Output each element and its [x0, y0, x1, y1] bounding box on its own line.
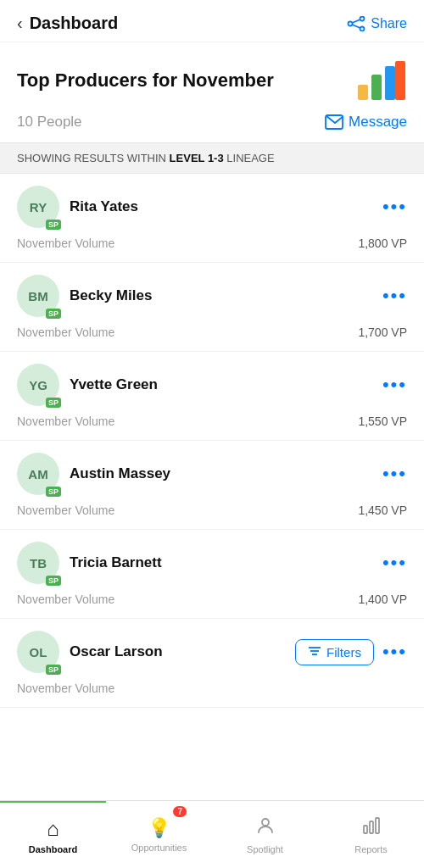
person-name: Austin Massey — [70, 465, 170, 482]
avatar-badge: SP — [46, 665, 61, 675]
person-left: OLSPOscar Larson — [17, 631, 163, 673]
svg-rect-8 — [395, 61, 405, 100]
person-row: AMSPAustin Massey••• — [0, 441, 424, 500]
svg-point-13 — [262, 819, 269, 826]
more-options-button[interactable]: ••• — [382, 641, 407, 663]
avatar: YGSP — [17, 364, 59, 406]
svg-rect-5 — [358, 85, 368, 100]
volume-value: 1,400 VP — [358, 593, 407, 606]
person-row: RYSPRita Yates••• — [0, 174, 424, 233]
reports-icon — [361, 815, 382, 841]
avatar-badge: SP — [46, 220, 61, 230]
volume-row: November Volume1,550 VP — [0, 411, 424, 440]
nav-item-spotlight[interactable]: Spotlight — [212, 801, 318, 868]
person-left: AMSPAustin Massey — [17, 453, 170, 495]
avatar: BMSP — [17, 275, 59, 317]
filter-bold: LEVEL 1-3 — [170, 152, 224, 164]
svg-point-2 — [349, 21, 353, 25]
nav-item-reports[interactable]: Reports — [318, 801, 424, 868]
filter-suffix: LINEAGE — [224, 152, 275, 164]
person-card: BMSPBecky Miles•••November Volume1,700 V… — [0, 263, 424, 352]
person-name: Yvette Green — [70, 376, 158, 393]
header-title: Dashboard — [30, 14, 118, 33]
person-left: RYSPRita Yates — [17, 186, 138, 228]
home-icon: ⌂ — [47, 817, 59, 841]
nav-item-opportunities[interactable]: 💡 7 Opportunities — [106, 801, 212, 868]
person-row: OLSPOscar LarsonFilters••• — [0, 619, 424, 678]
share-button[interactable]: Share — [347, 16, 407, 31]
avatar: OLSP — [17, 631, 59, 673]
nav-item-dashboard[interactable]: ⌂ Dashboard — [0, 801, 106, 868]
svg-rect-14 — [364, 826, 367, 833]
person-row: TBSPTricia Barnett••• — [0, 530, 424, 589]
volume-label: November Volume — [17, 593, 114, 606]
person-left: YGSPYvette Green — [17, 364, 158, 406]
volume-label: November Volume — [17, 415, 114, 428]
top-section: Top Producers for November — [0, 42, 424, 110]
more-options-button[interactable]: ••• — [382, 196, 407, 218]
person-actions: ••• — [382, 374, 407, 396]
svg-rect-15 — [370, 821, 373, 833]
nav-label-dashboard: Dashboard — [29, 844, 77, 854]
more-options-button[interactable]: ••• — [382, 285, 407, 307]
person-actions: ••• — [382, 552, 407, 574]
section-title: Top Producers for November — [17, 70, 274, 92]
avatar: RYSP — [17, 186, 59, 228]
person-name: Oscar Larson — [70, 643, 163, 660]
back-icon[interactable]: ‹ — [17, 14, 23, 33]
volume-value: 1,450 VP — [358, 504, 407, 517]
opportunities-badge: 7 — [173, 806, 187, 817]
person-name: Rita Yates — [70, 198, 138, 215]
volume-row: November Volume1,700 VP — [0, 322, 424, 351]
nav-label-reports: Reports — [354, 844, 388, 854]
avatar-badge: SP — [46, 576, 61, 586]
message-button[interactable]: Message — [325, 114, 407, 131]
avatar-badge: SP — [46, 309, 61, 319]
people-count: 10 People — [17, 114, 82, 131]
volume-label: November Volume — [17, 682, 114, 695]
volume-label: November Volume — [17, 236, 114, 250]
person-name: Becky Miles — [70, 287, 152, 304]
person-row: BMSPBecky Miles••• — [0, 263, 424, 322]
svg-line-4 — [352, 25, 360, 28]
avatar: TBSP — [17, 542, 59, 584]
message-label: Message — [349, 114, 407, 131]
person-card: AMSPAustin Massey•••November Volume1,450… — [0, 441, 424, 530]
share-label: Share — [371, 16, 407, 31]
svg-rect-7 — [385, 66, 395, 100]
volume-row: November Volume — [0, 678, 424, 707]
volume-value: 1,700 VP — [358, 326, 407, 339]
person-card: TBSPTricia Barnett•••November Volume1,40… — [0, 530, 424, 619]
svg-point-0 — [360, 16, 365, 20]
volume-value: 1,800 VP — [358, 236, 407, 250]
chart-icon — [356, 59, 407, 102]
svg-rect-6 — [371, 75, 382, 100]
more-options-button[interactable]: ••• — [382, 463, 407, 485]
person-left: TBSPTricia Barnett — [17, 542, 162, 584]
more-options-button[interactable]: ••• — [382, 552, 407, 574]
header: ‹ Dashboard Share — [0, 0, 424, 42]
more-options-button[interactable]: ••• — [382, 374, 407, 396]
filter-bar: SHOWING RESULTS WITHIN LEVEL 1-3 LINEAGE — [0, 142, 424, 174]
person-name: Tricia Barnett — [70, 554, 162, 571]
share-icon — [347, 16, 365, 31]
bottom-nav: ⌂ Dashboard 💡 7 Opportunities Spotlight … — [0, 800, 424, 868]
nav-label-opportunities: Opportunities — [131, 843, 187, 853]
volume-label: November Volume — [17, 504, 114, 517]
message-icon — [325, 114, 343, 130]
producer-list: RYSPRita Yates•••November Volume1,800 VP… — [0, 174, 424, 708]
svg-line-3 — [352, 19, 360, 23]
nav-label-spotlight: Spotlight — [247, 844, 283, 854]
person-row: YGSPYvette Green••• — [0, 352, 424, 411]
filters-button[interactable]: Filters — [295, 639, 374, 665]
person-card: RYSPRita Yates•••November Volume1,800 VP — [0, 174, 424, 263]
volume-row: November Volume1,800 VP — [0, 233, 424, 262]
volume-row: November Volume1,450 VP — [0, 500, 424, 529]
person-card: YGSPYvette Green•••November Volume1,550 … — [0, 352, 424, 441]
spotlight-icon — [255, 815, 276, 841]
volume-value: 1,550 VP — [358, 415, 407, 428]
people-row: 10 People Message — [0, 110, 424, 142]
person-actions: ••• — [382, 196, 407, 218]
filters-label: Filters — [326, 645, 361, 659]
volume-label: November Volume — [17, 326, 114, 339]
